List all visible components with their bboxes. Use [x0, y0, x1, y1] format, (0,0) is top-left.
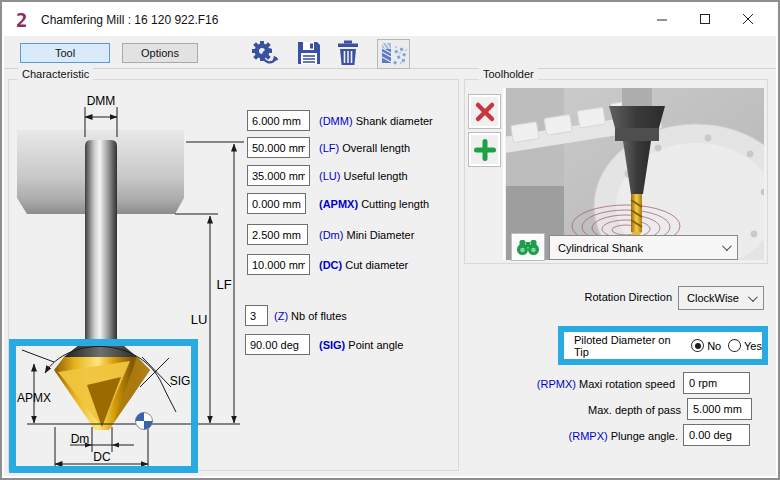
- tab-options[interactable]: Options: [122, 43, 198, 63]
- maximize-icon: [699, 13, 711, 25]
- title-bar: 2 Chamfering Mill : 16 120 922.F16: [4, 4, 776, 36]
- shank-type-value: Cylindrical Shank: [558, 242, 643, 254]
- dim-label-lf: LF: [216, 277, 231, 292]
- piloted-diameter-row: Piloted Diameter on Tip No Yes: [564, 332, 762, 359]
- piloted-yes-radio[interactable]: [728, 339, 741, 352]
- toolbar: Tool Options: [4, 36, 776, 69]
- code-rmpx: (RMPX): [569, 430, 608, 442]
- binoculars-icon: [516, 238, 540, 256]
- close-button[interactable]: [728, 4, 768, 34]
- close-icon: [742, 13, 754, 25]
- plunge-angle-input[interactable]: [683, 424, 750, 446]
- chamfering-mill-dialog: 2 Chamfering Mill : 16 120 922.F16 Tool …: [0, 0, 780, 480]
- update-settings-button[interactable]: [249, 39, 279, 71]
- window-title: Chamfering Mill : 16 120 922.F16: [41, 13, 218, 27]
- toolholder-separator: [503, 88, 505, 260]
- piloted-no-label: No: [707, 340, 721, 352]
- save-icon: [295, 39, 323, 67]
- piloted-highlight-box: Piloted Diameter on Tip No Yes: [558, 326, 768, 365]
- tool-chips-button[interactable]: [377, 39, 410, 69]
- green-plus-icon: [474, 139, 496, 161]
- dim-label-lu: LU: [191, 312, 208, 327]
- toolholder-add-button[interactable]: [468, 132, 501, 167]
- delete-button[interactable]: [334, 39, 362, 71]
- minimize-button[interactable]: [642, 4, 682, 34]
- characteristic-group-label: Characteristic: [18, 68, 93, 80]
- toolholder-delete-button[interactable]: [468, 94, 501, 129]
- chevron-down-icon: [722, 241, 732, 251]
- dim-label-dmm: DMM: [87, 94, 116, 108]
- toolholder-group-label: Toolholder: [479, 68, 538, 80]
- tool-chips-icon: [378, 40, 409, 68]
- trash-icon: [334, 39, 362, 67]
- maximize-button[interactable]: [685, 4, 725, 34]
- code-rpmx: (RPMX): [537, 378, 576, 390]
- app-logo: 2: [16, 9, 26, 31]
- maxi-rotation-speed-input[interactable]: [683, 372, 750, 394]
- red-x-icon: [474, 101, 496, 123]
- minimize-icon: [656, 13, 668, 25]
- rotation-direction-label: Rotation Direction: [442, 291, 672, 303]
- piloted-no-radio[interactable]: [691, 339, 704, 352]
- piloted-yes-label: Yes: [744, 340, 762, 352]
- cutter-highlight-box: [9, 339, 198, 473]
- gear-refresh-icon: [249, 39, 279, 67]
- rotation-direction-dropdown[interactable]: ClockWise: [678, 286, 764, 310]
- tab-tool[interactable]: Tool: [20, 43, 110, 63]
- plunge-angle-label: (RMPX) Plunge angle.: [442, 430, 678, 442]
- chevron-down-icon: [748, 292, 758, 302]
- shank-shape: [85, 140, 117, 342]
- max-depth-of-pass-label: Max. depth of pass: [442, 404, 681, 416]
- save-button[interactable]: [295, 39, 323, 71]
- maxi-rotation-speed-label: (RPMX) Maxi rotation speed: [442, 378, 675, 390]
- toolholder-search-button[interactable]: [511, 233, 545, 261]
- shank-type-dropdown[interactable]: Cylindrical Shank: [549, 235, 738, 260]
- piloted-diameter-label: Piloted Diameter on Tip: [574, 334, 686, 358]
- rotation-direction-value: ClockWise: [687, 292, 739, 304]
- max-depth-of-pass-input[interactable]: [687, 398, 752, 420]
